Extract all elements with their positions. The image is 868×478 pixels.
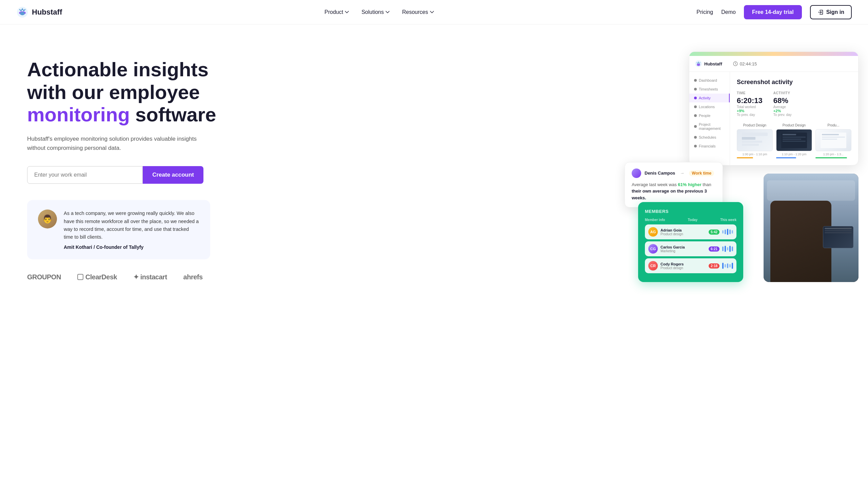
chevron-down-icon	[385, 10, 390, 15]
create-account-button[interactable]: Create account	[143, 166, 203, 184]
testimonial-author: Amit Kothari / Co-founder of Tallyfy	[64, 244, 199, 250]
chevron-down-icon	[344, 10, 349, 15]
navbar: Hubstaff Product Solutions Resources Pri…	[0, 0, 868, 24]
email-input[interactable]	[27, 166, 143, 184]
sc-sidebar-dashboard[interactable]: Dashboard	[689, 76, 730, 85]
sc-timer: 02:44:15	[733, 61, 757, 66]
hero-right: Hubstaff 02:44:15 Dashboard Timesheets A…	[635, 52, 852, 282]
screenshot-preview-dark	[781, 132, 808, 149]
member-row-2: CG Carlos Garcia Marketing 6:21	[645, 241, 736, 256]
member-name-2: Carlos Garcia	[660, 245, 706, 249]
logos-row: GROUPON ClearDesk ✦instacart ahrefs	[27, 273, 216, 281]
screenshot-preview-medium	[820, 132, 847, 149]
svg-rect-8	[742, 144, 759, 146]
sc-card-header: Hubstaff 02:44:15	[689, 56, 858, 72]
office-photo	[764, 174, 859, 282]
email-form: Create account	[27, 166, 203, 184]
sc-thumb-3: Produ... 1:20 pm - 1:3...	[815, 123, 851, 158]
hero-section: Actionable insights with our employee mo…	[0, 24, 868, 478]
chevron-down-icon	[430, 10, 434, 15]
signin-icon	[817, 9, 824, 15]
sc-body: Dashboard Timesheets Activity Locations …	[689, 72, 858, 165]
logo-cleardesk: ClearDesk	[77, 273, 117, 281]
logo-link[interactable]: Hubstaff	[16, 6, 62, 18]
svg-point-3	[697, 64, 700, 66]
testimonial-text: As a tech company, we were growing reall…	[64, 210, 199, 241]
sc-hubstaff-icon	[695, 60, 702, 67]
wt-avatar	[632, 168, 641, 178]
gradient-bar	[689, 52, 858, 56]
sc-sidebar-people[interactable]: People	[689, 111, 730, 120]
worktime-card: Denis Campos → Work time Average last we…	[625, 162, 723, 208]
member-status-1: 5:42	[709, 230, 719, 235]
member-name-1: Adrian Goia	[660, 228, 706, 232]
svg-rect-10	[783, 134, 796, 135]
member-role-3: Product design	[660, 266, 706, 270]
member-name-3: Cody Rogers	[660, 262, 706, 266]
sc-stat-time: TIME 6:20:13 Total worked +9% To prev. d…	[737, 91, 763, 117]
clock-icon	[733, 61, 738, 66]
member-row-1: AG Adrian Goia Product design 5:42	[645, 224, 736, 239]
sc-thumb-1: Product Design 1:00 pm - 1:10 pm	[737, 123, 773, 158]
member-role-1: Product design	[660, 232, 706, 236]
wt-name: Denis Campos	[645, 171, 675, 176]
sc-sidebar-locations[interactable]: Locations	[689, 102, 730, 111]
sc-sidebar-projects[interactable]: Project management	[689, 120, 730, 133]
member-avatar-1: AG	[648, 227, 658, 237]
member-status-3: 2:18	[709, 263, 719, 268]
free-trial-button[interactable]: Free 14-day trial	[744, 5, 802, 19]
members-title: MEMBERS	[645, 209, 736, 214]
member-row-3: CR Cody Rogers Product design 2:18	[645, 258, 736, 273]
member-bar-1	[722, 229, 733, 235]
testimonial-card: 👨 As a tech company, we were growing rea…	[27, 200, 210, 259]
nav-demo-link[interactable]: Demo	[721, 9, 736, 15]
wt-header: Denis Campos → Work time	[632, 168, 716, 178]
nav-pricing-link[interactable]: Pricing	[696, 9, 713, 15]
members-card: MEMBERS Member info Today This week AG A…	[638, 202, 743, 282]
sc-screenshots: Product Design 1:00 pm - 1:10 pm Product…	[737, 123, 851, 158]
svg-rect-6	[742, 137, 755, 140]
member-bar-2	[722, 246, 733, 252]
svg-rect-12	[783, 139, 801, 140]
sc-stats: TIME 6:20:13 Total worked +9% To prev. d…	[737, 91, 851, 117]
svg-rect-15	[822, 134, 839, 135]
svg-rect-17	[822, 139, 837, 140]
svg-rect-16	[822, 137, 845, 138]
member-bar-3	[722, 263, 733, 269]
members-header: Member info Today This week	[645, 218, 736, 222]
hero-subtitle: Hubstaff's employee monitoring solution …	[27, 134, 203, 153]
sc-main-content: Screenshot activity TIME 6:20:13 Total w…	[730, 72, 858, 165]
sign-in-button[interactable]: Sign in	[810, 5, 852, 19]
svg-rect-13	[783, 141, 806, 142]
wt-text: Average last week was 61% higher than th…	[632, 181, 716, 201]
member-status-2: 6:21	[709, 246, 719, 252]
sc-card-title: Screenshot activity	[737, 79, 851, 86]
hubstaff-logo-icon	[16, 6, 28, 18]
hero-title: Actionable insights with our employee mo…	[27, 58, 216, 126]
svg-point-1	[20, 12, 25, 15]
wt-tag: Work time	[689, 170, 714, 176]
nav-right: Pricing Demo Free 14-day trial Sign in	[696, 5, 852, 19]
sc-sidebar-timesheets[interactable]: Timesheets	[689, 85, 730, 94]
member-avatar-2: CG	[648, 244, 658, 254]
member-avatar-3: CR	[648, 261, 658, 271]
sc-logo: Hubstaff	[695, 60, 722, 67]
sc-sidebar-schedules[interactable]: Schedules	[689, 133, 730, 142]
svg-rect-7	[742, 141, 762, 143]
logo-groupon: GROUPON	[27, 273, 61, 281]
logo-ahrefs: ahrefs	[183, 273, 203, 281]
sc-sidebar-activity[interactable]: Activity	[689, 94, 730, 102]
screenshot-preview	[741, 132, 768, 149]
nav-solutions[interactable]: Solutions	[361, 9, 390, 15]
sc-sidebar-financials[interactable]: Financials	[689, 142, 730, 151]
sc-sidebar: Dashboard Timesheets Activity Locations …	[689, 72, 730, 165]
testimonial-content: As a tech company, we were growing reall…	[64, 210, 199, 250]
svg-rect-5	[742, 133, 768, 136]
logo-instacart: ✦instacart	[133, 273, 167, 281]
testimonial-avatar: 👨	[38, 210, 57, 228]
nav-resources[interactable]: Resources	[402, 9, 434, 15]
sc-thumb-2: Product Design 1:10 pm - 1:20 pm	[776, 123, 812, 158]
hero-left: Actionable insights with our employee mo…	[27, 52, 216, 281]
nav-links: Product Solutions Resources	[324, 9, 434, 15]
nav-product[interactable]: Product	[324, 9, 349, 15]
